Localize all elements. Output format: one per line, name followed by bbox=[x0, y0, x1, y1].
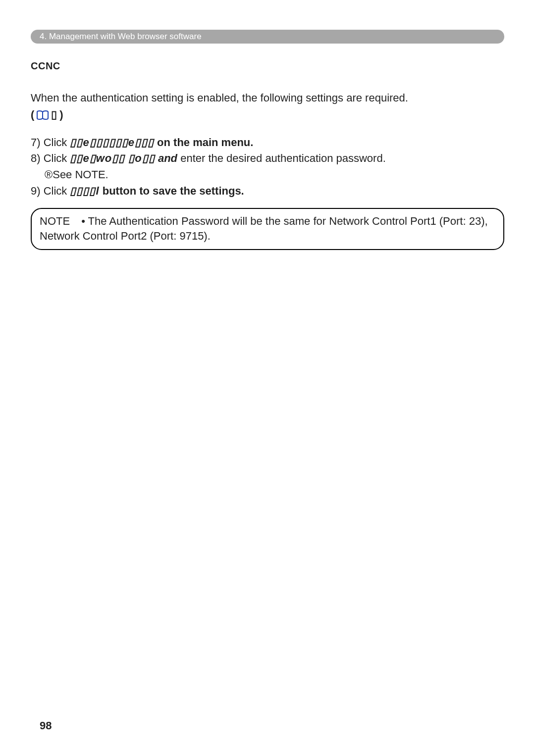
step-7: 7) Click ▯▯e▯▯▯▯▯▯e▯▯▯ on the main menu. bbox=[31, 135, 504, 151]
step8-prefix: 8) Click bbox=[31, 152, 70, 164]
step-8-note: ®See NOTE. bbox=[45, 167, 504, 183]
paren-open: ( bbox=[31, 108, 34, 121]
step-9: 9) Click ▯▯▯▯l button to save the settin… bbox=[31, 184, 504, 199]
note-text: • The Authentication Password will be th… bbox=[40, 215, 488, 242]
note-label: NOTE bbox=[40, 214, 78, 229]
intro-text: When the authentication setting is enabl… bbox=[31, 91, 504, 105]
step9-prefix: 9) Click bbox=[31, 185, 70, 197]
steps-list: 7) Click ▯▯e▯▯▯▯▯▯e▯▯▯ on the main menu.… bbox=[31, 135, 504, 199]
step7-link: ▯▯e▯▯▯▯▯▯e▯▯▯ bbox=[70, 136, 154, 149]
section-title: CCNC bbox=[31, 60, 504, 72]
step8-link: ▯▯e▯wo▯▯ ▯o▯▯ bbox=[70, 152, 155, 164]
step7-prefix: 7) Click bbox=[31, 136, 70, 149]
manual-reference: ( ▯ ) bbox=[31, 108, 63, 121]
step-8: 8) Click ▯▯e▯wo▯▯ ▯o▯▯ and enter the des… bbox=[31, 151, 504, 166]
reference-garble: ▯ bbox=[51, 108, 57, 121]
page-number: 98 bbox=[40, 719, 52, 732]
step9-link: ▯▯▯▯l bbox=[70, 185, 99, 197]
breadcrumb-text: 4. Management with Web browser software bbox=[40, 32, 202, 41]
breadcrumb-bar: 4. Management with Web browser software bbox=[31, 30, 504, 44]
book-icon bbox=[36, 108, 49, 121]
step9-bold: button to save the settings. bbox=[103, 185, 244, 197]
paren-close: ) bbox=[59, 108, 63, 121]
step8-rest: enter the desired authentication passwor… bbox=[177, 152, 386, 164]
page: 4. Management with Web browser software … bbox=[0, 0, 535, 250]
step8-mid: and bbox=[158, 152, 177, 164]
step7-bold: on the main menu. bbox=[157, 136, 253, 149]
note-box: NOTE • The Authentication Password will … bbox=[31, 208, 504, 250]
